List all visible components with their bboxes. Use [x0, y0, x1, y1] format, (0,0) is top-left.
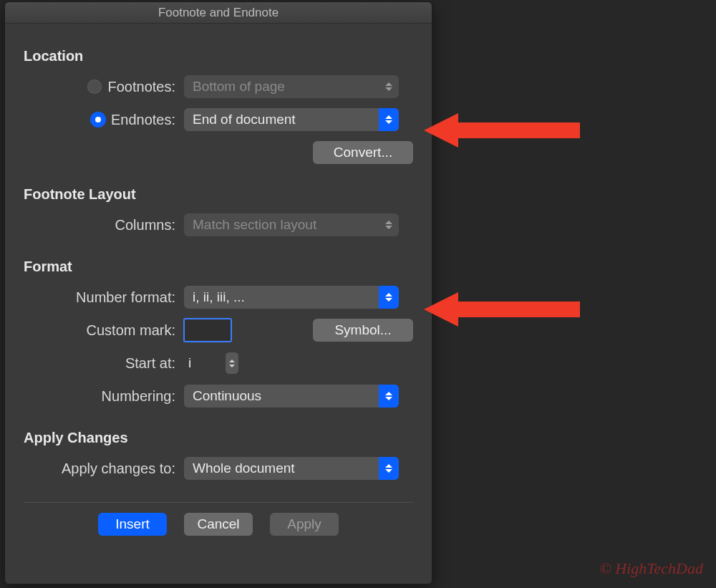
row-start-at: Start at: [24, 347, 413, 380]
row-number-format: Number format: i, ii, iii, ... [24, 281, 413, 314]
convert-button[interactable]: Convert... [313, 141, 413, 164]
symbol-button[interactable]: Symbol... [313, 319, 413, 342]
insert-button[interactable]: Insert [98, 513, 167, 536]
stepper-down-icon [229, 365, 235, 367]
section-apply-changes-title: Apply Changes [24, 430, 413, 446]
label-custom-mark: Custom mark: [87, 322, 175, 339]
watermark: © HighTechDad [599, 559, 703, 578]
start-at-stepper[interactable] [226, 352, 238, 374]
label-footnotes: Footnotes: [107, 79, 175, 95]
dropdown-footnotes-location: Bottom of page [184, 75, 399, 98]
dropdown-columns: Match section layout [184, 213, 399, 236]
row-numbering: Numbering: Continuous [24, 380, 413, 413]
label-apply-to: Apply changes to: [62, 461, 175, 477]
label-start-at: Start at: [125, 355, 175, 372]
label-columns: Columns: [115, 217, 175, 233]
row-columns: Columns: Match section layout [24, 208, 413, 241]
dialog-title: Footnote and Endnote [5, 2, 432, 24]
label-endnotes: Endnotes: [111, 112, 175, 128]
section-format-title: Format [24, 259, 413, 275]
row-convert: Convert... [24, 136, 413, 169]
section-footnote-layout-title: Footnote Layout [24, 186, 413, 203]
apply-button: Apply [270, 513, 339, 536]
chevron-updown-icon [379, 286, 399, 309]
annotation-arrow [424, 116, 580, 145]
chevron-updown-icon [379, 75, 399, 98]
dropdown-number-format[interactable]: i, ii, iii, ... [184, 286, 399, 309]
chevron-updown-icon [379, 213, 399, 236]
label-number-format: Number format: [76, 289, 175, 306]
stepper-up-icon [229, 360, 235, 362]
row-custom-mark: Custom mark: Symbol... [24, 314, 413, 347]
row-footnotes: Footnotes: Bottom of page [24, 70, 413, 103]
section-location-title: Location [24, 48, 413, 64]
custom-mark-input[interactable] [184, 319, 231, 342]
chevron-updown-icon [379, 457, 399, 480]
dropdown-numbering[interactable]: Continuous [184, 385, 399, 408]
dropdown-endnotes-location[interactable]: End of document [184, 108, 399, 131]
label-numbering: Numbering: [102, 388, 175, 405]
footnote-endnote-dialog: Footnote and Endnote Location Footnotes:… [4, 1, 432, 584]
dialog-footer: Insert Cancel Apply [24, 513, 413, 536]
radio-footnotes[interactable] [87, 79, 102, 94]
chevron-updown-icon [379, 108, 399, 131]
cancel-button[interactable]: Cancel [184, 513, 253, 536]
chevron-updown-icon [379, 385, 399, 408]
radio-endnotes[interactable] [91, 112, 105, 127]
annotation-arrow [424, 295, 580, 324]
row-endnotes: Endnotes: End of document [24, 103, 413, 136]
dialog-content: Location Footnotes: Bottom of page Endno… [5, 24, 432, 584]
start-at-input[interactable] [184, 352, 217, 375]
divider [24, 502, 413, 503]
dropdown-apply-to[interactable]: Whole document [184, 457, 399, 480]
row-apply-to: Apply changes to: Whole document [24, 452, 413, 485]
